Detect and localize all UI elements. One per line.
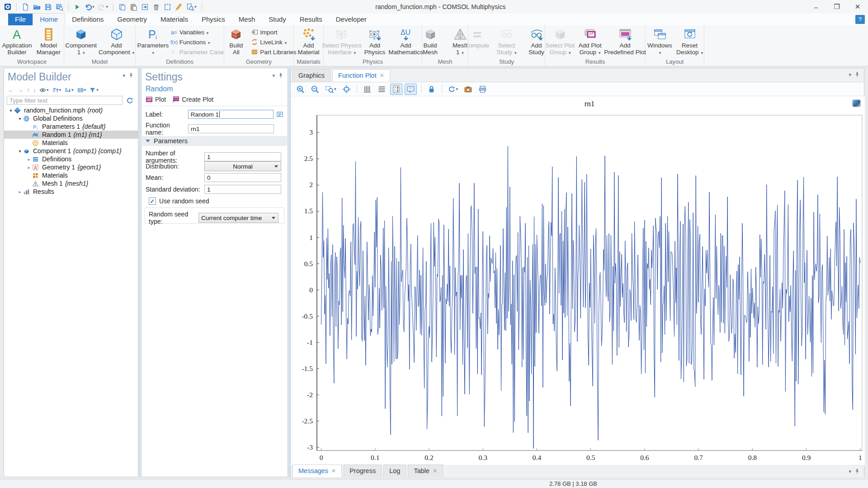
pin-icon[interactable] xyxy=(854,468,860,474)
print-button[interactable] xyxy=(476,84,489,95)
rename-icon-button[interactable] xyxy=(276,111,283,118)
import-button[interactable]: Import xyxy=(251,27,296,37)
tree-item-random-function-mph[interactable]: ▾random_function.mph(root) xyxy=(4,106,138,114)
use-random-seed-checkbox[interactable]: ✓ xyxy=(149,197,156,205)
ribbon-tab-study[interactable]: Study xyxy=(262,14,292,25)
tree-item-definitions[interactable]: ▸Definitions xyxy=(4,155,138,163)
delete-button[interactable] xyxy=(152,1,160,12)
variables-button[interactable]: a=Variables ▾ xyxy=(170,27,224,37)
collapse-icon[interactable]: ▾ xyxy=(17,149,23,154)
collapse-icon[interactable]: ▾ xyxy=(17,116,23,121)
arrow-right-button[interactable]: → xyxy=(17,86,24,94)
standard-deviation-input[interactable]: 1 xyxy=(204,185,281,194)
add-predefined-plot-button[interactable]: AddPredefined Plot xyxy=(605,26,645,57)
parameters-button[interactable]: PiParameters▾ xyxy=(136,26,170,57)
undo-button[interactable]: ▾ xyxy=(84,1,95,12)
zoom-box-button[interactable]: ▾ xyxy=(323,84,338,95)
tree-item-materials[interactable]: Materials xyxy=(4,171,138,179)
label-input[interactable]: Random 1 xyxy=(188,110,274,119)
select-plot-group-button[interactable]: Select PlotGroup ▾ xyxy=(545,26,575,57)
chevron-down-icon[interactable]: ▾ xyxy=(849,469,851,474)
chevron-down-icon[interactable]: ▾ xyxy=(849,72,851,78)
tree-item-mesh-1[interactable]: Mesh 1{mesh1} xyxy=(4,179,138,188)
ribbon-tab-home[interactable]: Home xyxy=(33,13,65,25)
add-physics-button[interactable]: AddPhysics xyxy=(360,26,390,57)
ribbon-tab-physics[interactable]: Physics xyxy=(195,14,232,25)
application-builder-button[interactable]: AApplicationBuilder xyxy=(0,26,33,57)
pin-icon[interactable] xyxy=(854,71,860,78)
build-mesh-button[interactable]: BuildMesh xyxy=(415,26,445,57)
zoom-out-button[interactable] xyxy=(309,84,321,95)
ribbon-tab-mesh[interactable]: Mesh xyxy=(232,14,262,25)
zoom-extents-button[interactable] xyxy=(340,84,353,95)
tree-item-materials[interactable]: Materials xyxy=(4,139,138,147)
legend-button[interactable] xyxy=(390,84,402,95)
reset-desktop-button[interactable]: ResetDesktop ▾ xyxy=(675,26,705,57)
ribbon-tab-developer[interactable]: Developer xyxy=(329,14,373,25)
save-as-button[interactable] xyxy=(55,1,64,12)
run-button[interactable] xyxy=(73,1,81,12)
select-study-button[interactable]: SelectStudy ▾ xyxy=(492,26,522,57)
find-button[interactable]: ▾ xyxy=(186,1,197,12)
select-physics-interface-button[interactable]: Select PhysicsInterface ▾ xyxy=(324,26,360,57)
close-icon[interactable]: ✕ xyxy=(433,468,437,474)
tree-item-parameters-1[interactable]: PiParameters 1{default} xyxy=(4,122,138,131)
number-of-arguments-input[interactable]: 1 xyxy=(204,152,281,161)
component-1-button[interactable]: Component1 ▾ xyxy=(64,26,98,57)
add-plot-group-button[interactable]: Add PlotGroup ▾ xyxy=(575,26,605,57)
sort-desc-button[interactable]: ▾ xyxy=(64,87,74,94)
splitter[interactable] xyxy=(139,68,141,477)
refresh-button[interactable]: ▾ xyxy=(446,84,460,94)
create-plot-button[interactable]: Create Plot xyxy=(172,96,213,103)
refresh-icon[interactable] xyxy=(126,97,134,104)
graphics-tab-function-plot[interactable]: Function Plot✕ xyxy=(332,69,390,82)
expand-icon[interactable]: ▸ xyxy=(17,189,23,194)
pin-icon[interactable] xyxy=(128,72,134,79)
distribution-select[interactable]: Normal xyxy=(204,161,281,171)
info-tab-progress[interactable]: Progress xyxy=(344,465,382,477)
zoom-in-button[interactable] xyxy=(294,84,307,95)
copy-button[interactable] xyxy=(118,1,127,12)
add-component-button[interactable]: AddComponent ▾ xyxy=(98,26,135,57)
tree-item-results[interactable]: ▸Results xyxy=(4,188,138,196)
tree-item-geometry-1[interactable]: ▸AGeometry 1{geom1} xyxy=(4,163,138,171)
open-button[interactable] xyxy=(33,1,41,12)
redo-button[interactable]: ▾ xyxy=(98,1,109,12)
add-material-button[interactable]: AddMaterial xyxy=(294,26,324,57)
expand-icon[interactable]: ▸ xyxy=(26,165,32,170)
mean-input[interactable]: 0 xyxy=(204,173,281,182)
help-button[interactable]: ? xyxy=(855,15,865,24)
parameter-case-button[interactable]: PiParameter Case xyxy=(170,47,224,57)
eye-button[interactable]: ▾ xyxy=(39,87,49,94)
duplicate-button[interactable] xyxy=(141,1,149,12)
chevron-down-icon[interactable]: ▾ xyxy=(123,73,125,79)
expand-icon[interactable]: ▸ xyxy=(26,157,32,162)
windows-button[interactable]: Windows▾ xyxy=(645,26,675,57)
new-file-button[interactable] xyxy=(21,1,30,12)
graphics-tab-graphics[interactable]: Graphics xyxy=(292,69,330,82)
tree-item-random-1[interactable]: Random 1(rn1) {rn1} xyxy=(4,131,138,139)
ribbon-tab-materials[interactable]: Materials xyxy=(154,14,195,25)
tree-item-component-1[interactable]: ▾Component 1(comp1) {comp1} xyxy=(4,147,138,155)
part-libraries-button[interactable]: Part Libraries xyxy=(251,47,296,57)
random-seed-type-select[interactable]: Current computer time xyxy=(198,213,278,223)
tree-item-global-definitions[interactable]: ▾Global Definitions xyxy=(4,114,138,122)
grid-x-button[interactable] xyxy=(361,84,373,95)
livelink-button[interactable]: LiveLink ▾ xyxy=(251,37,296,47)
ribbon-tab-definitions[interactable]: Definitions xyxy=(65,14,110,25)
ribbon-tab-file[interactable]: File xyxy=(8,14,33,25)
info-tab-messages[interactable]: Messages✕ xyxy=(292,465,342,477)
columns-button[interactable]: ▾ xyxy=(77,87,86,94)
plot-button[interactable]: Plot xyxy=(146,96,166,103)
grid-y-button[interactable] xyxy=(376,84,388,95)
close-icon[interactable]: ✕ xyxy=(331,468,336,474)
paste-button[interactable] xyxy=(129,1,138,12)
parameters-section-header[interactable]: Parameters xyxy=(142,136,287,146)
compute-button[interactable]: Compute xyxy=(462,26,492,57)
arrow-left-button[interactable]: ← xyxy=(8,86,14,94)
info-tab-table[interactable]: Table✕ xyxy=(408,465,443,477)
functions-button[interactable]: f(x)Functions ▾ xyxy=(170,37,224,47)
function-name-input[interactable]: rn1 xyxy=(188,124,274,133)
close-icon[interactable]: ✕ xyxy=(380,72,384,79)
camera-button[interactable] xyxy=(462,84,474,95)
